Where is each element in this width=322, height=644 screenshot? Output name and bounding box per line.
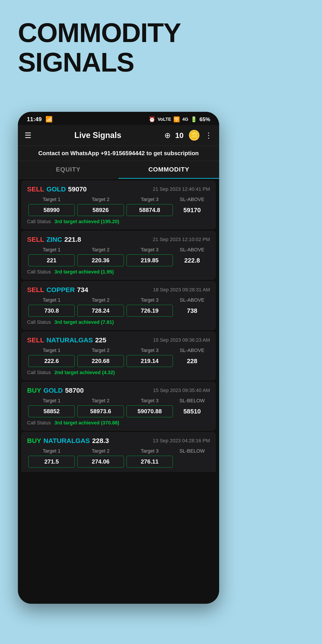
call-status-label: Call Status xyxy=(27,319,51,325)
tab-commodity[interactable]: COMMODITY xyxy=(118,161,219,179)
wifi-icon: 🛜 xyxy=(173,116,180,122)
target3-value: 59070.88 xyxy=(126,406,173,417)
signal-price: 734 xyxy=(77,286,88,294)
app-bar-title: Live Signals xyxy=(36,130,160,140)
commodity-name: NATURALGAS xyxy=(46,336,93,344)
call-status-label: Call Status xyxy=(27,370,51,376)
target1-label: Target 1 xyxy=(27,196,76,202)
call-status-label: Call Status xyxy=(27,269,51,275)
status-time: 11:49 xyxy=(27,116,42,123)
subscription-banner: Contact on WhatsApp +91-9156594442 to ge… xyxy=(18,146,219,161)
sl-value: 738 xyxy=(174,307,210,314)
alarm-icon: ⏰ xyxy=(149,116,156,122)
target2-label: Target 2 xyxy=(76,448,125,454)
sl-value: 222.8 xyxy=(174,257,210,264)
signal-date: 15 Sep 2023 09:36:23 AM xyxy=(153,337,210,343)
signal-icon: 📶 xyxy=(46,116,52,123)
action-label: BUY xyxy=(27,437,41,444)
target1-label: Target 1 xyxy=(27,247,76,253)
target1-label: Target 1 xyxy=(27,398,76,404)
action-label: SELL xyxy=(27,185,44,193)
battery-icon: 🔋 xyxy=(190,116,197,122)
signal-price: 58700 xyxy=(65,386,84,394)
target1-label: Target 1 xyxy=(27,348,76,353)
target3-label: Target 3 xyxy=(125,297,174,303)
status-bar: 11:49 📶 ⏰ VoLTE 🛜 4G 🔋 65% xyxy=(18,112,219,125)
phone-frame: 11:49 📶 ⏰ VoLTE 🛜 4G 🔋 65% ☰ Live Signal… xyxy=(18,112,219,604)
target2-label: Target 2 xyxy=(76,196,125,202)
call-status-value: 3rd target achieved (195.20) xyxy=(54,219,119,224)
action-label: SELL xyxy=(27,336,44,344)
target3-value: 219.14 xyxy=(126,355,173,367)
target2-value: 274.06 xyxy=(77,456,124,468)
commodity-name: COPPER xyxy=(46,286,75,294)
target3-value: 58874.8 xyxy=(126,204,173,216)
battery-level: 65% xyxy=(200,116,210,122)
target1-value: 730.8 xyxy=(28,305,75,317)
target2-label: Target 2 xyxy=(76,398,125,404)
target2-value: 58926 xyxy=(77,204,124,216)
coin-icon: 🪙 xyxy=(188,130,200,141)
app-bar: ☰ Live Signals ⊕ 10 🪙 ⋮ xyxy=(18,125,219,146)
signal-card: BUY GOLD 58700 15 Sep 2023 09:35:40 AM T… xyxy=(22,382,216,430)
target1-value: 58852 xyxy=(28,406,75,417)
sl-label: SL-ABOVE xyxy=(174,297,210,303)
target3-value: 219.85 xyxy=(126,254,173,266)
target2-value: 58973.6 xyxy=(77,406,124,417)
target1-value: 222.6 xyxy=(28,355,75,367)
commodity-name: GOLD xyxy=(44,386,63,394)
sl-label: SL-ABOVE xyxy=(174,196,210,202)
sl-label: SL-BELOW xyxy=(174,398,210,404)
target2-value: 220.68 xyxy=(77,355,124,367)
signal-date: 21 Sep 2023 12:10:02 PM xyxy=(153,236,210,242)
target3-value: 726.19 xyxy=(126,305,173,317)
target1-label: Target 1 xyxy=(27,448,76,454)
tab-equity[interactable]: EQUITY xyxy=(18,161,118,179)
target1-value: 271.5 xyxy=(28,456,75,468)
target3-label: Target 3 xyxy=(125,448,174,454)
signal-card: SELL COPPER 734 18 Sep 2023 09:28:31 AM … xyxy=(22,281,216,330)
sl-label: SL-BELOW xyxy=(174,448,210,454)
target2-label: Target 2 xyxy=(76,348,125,353)
coin-count: 10 xyxy=(175,131,184,140)
sl-value: 59170 xyxy=(174,206,210,214)
commodity-name: NATURALGAS xyxy=(44,437,90,444)
target2-label: Target 2 xyxy=(76,297,125,303)
target3-label: Target 3 xyxy=(125,348,174,353)
network-icon: 4G xyxy=(182,117,188,122)
signal-date: 15 Sep 2023 09:35:40 AM xyxy=(153,388,210,393)
signals-list: SELL GOLD 59070 21 Sep 2023 12:40:41 PM … xyxy=(18,181,219,472)
more-icon[interactable]: ⋮ xyxy=(205,131,212,140)
add-icon[interactable]: ⊕ xyxy=(164,131,170,140)
signal-card: SELL GOLD 59070 21 Sep 2023 12:40:41 PM … xyxy=(22,181,216,229)
action-label: BUY xyxy=(27,386,41,394)
action-label: SELL xyxy=(27,286,44,294)
call-status-value: 3rd target achieved (1.95) xyxy=(54,269,114,275)
target3-label: Target 3 xyxy=(125,247,174,253)
commodity-name: GOLD xyxy=(46,185,66,193)
signal-card: SELL ZINC 221.8 21 Sep 2023 12:10:02 PM … xyxy=(22,231,216,280)
target3-value: 276.11 xyxy=(126,456,173,468)
volte-icon: VoLTE xyxy=(158,117,171,122)
sl-label: SL-ABOVE xyxy=(174,348,210,353)
call-status-value: 3rd target achieved (370.88) xyxy=(54,420,119,426)
signal-date: 13 Sep 2023 04:28:16 PM xyxy=(153,438,210,444)
signal-date: 18 Sep 2023 09:28:31 AM xyxy=(153,287,210,293)
tab-bar: EQUITY COMMODITY xyxy=(18,161,219,179)
sl-value: 228 xyxy=(174,358,210,365)
action-label: SELL xyxy=(27,236,44,243)
signal-date: 21 Sep 2023 12:40:41 PM xyxy=(153,186,210,192)
commodity-name: ZINC xyxy=(46,236,62,243)
menu-icon[interactable]: ☰ xyxy=(24,131,31,140)
target1-value: 221 xyxy=(28,254,75,266)
signal-card-partial: BUY NATURALGAS 228.3 13 Sep 2023 04:28:1… xyxy=(22,432,216,472)
signal-price: 59070 xyxy=(68,185,86,193)
target3-label: Target 3 xyxy=(125,196,174,202)
page-title: COMMODITY SIGNALS xyxy=(18,18,181,77)
signal-price: 221.8 xyxy=(64,236,81,243)
signal-price: 228.3 xyxy=(92,437,109,444)
target2-value: 728.24 xyxy=(77,305,124,317)
signal-price: 225 xyxy=(95,336,106,344)
sl-label: SL-ABOVE xyxy=(174,247,210,253)
target1-value: 58990 xyxy=(28,204,75,216)
